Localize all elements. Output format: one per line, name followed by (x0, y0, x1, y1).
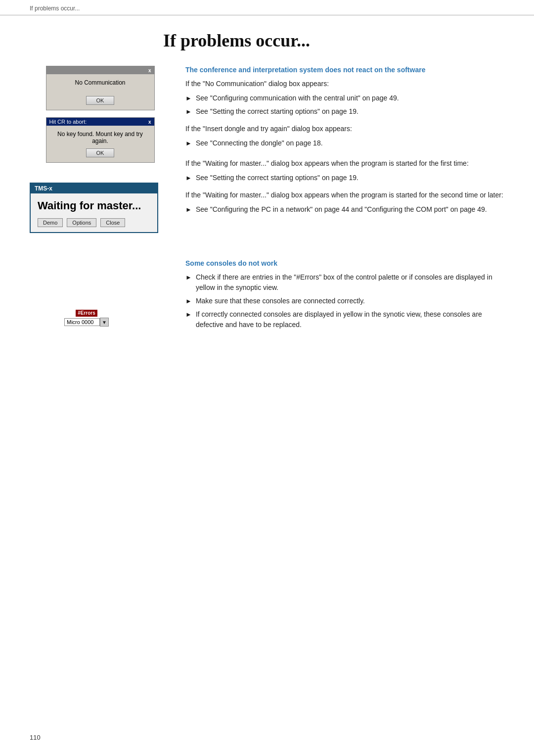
bullet-text: See "Setting the correct starting option… (196, 173, 358, 183)
dialog1-body-text: No Communication (53, 79, 147, 86)
bullet-arrow-icon: ► (185, 273, 192, 283)
section1-bullets2: ► See "Connecting the dongle" on page 18… (185, 138, 504, 148)
breadcrumb: If problems occur... (30, 5, 80, 12)
list-item: ► See "Configuring communication with th… (185, 93, 504, 103)
list-item: ► Check if there are entries in the "#Er… (185, 272, 504, 293)
page-container: If problems occur... If problems occur..… (0, 0, 534, 756)
dialog2-title-bar: Hit CR to abort: x (46, 118, 154, 126)
bullet-arrow-icon: ► (185, 173, 192, 183)
bullet-text: See "Connecting the dongle" on page 18. (196, 138, 323, 148)
tms-demo-btn[interactable]: Demo (38, 218, 63, 227)
bullet-text: See "Setting the correct starting option… (196, 106, 358, 117)
bullet-text: Make sure that these consoles are connec… (196, 296, 365, 306)
page-footer: 110 (30, 734, 41, 741)
bullet-text: Check if there are entries in the "#Erro… (196, 272, 504, 293)
main-content: If problems occur... x No Communication (0, 15, 534, 370)
section1-heading: The conference and interpretation system… (185, 66, 504, 74)
tms-body: Waiting for master... Demo Options Close (31, 193, 157, 232)
hitcr-dialog: Hit CR to abort: x No key found. Mount k… (46, 117, 155, 163)
tms-dialog: TMS-x Waiting for master... Demo Options… (30, 183, 158, 233)
section2-para1: If the "Waiting for master..." dialog bo… (185, 158, 504, 169)
tms-options-btn[interactable]: Options (67, 218, 96, 227)
bullet-arrow-icon: ► (185, 139, 192, 148)
section2-bullets2: ► See "Configuring the PC in a network" … (185, 204, 504, 215)
tms-waiting-text: Waiting for master... (38, 199, 150, 212)
bullet-arrow-icon: ► (185, 94, 192, 103)
section3-bullets: ► Check if there are entries in the "#Er… (185, 272, 504, 330)
dialog2-body-text: No key found. Mount key and try again. (53, 131, 147, 144)
section2-para2: If the "Waiting for master..." dialog bo… (185, 190, 504, 200)
list-item: ► See "Setting the correct starting opti… (185, 173, 504, 183)
dialog1-title-bar: x (46, 66, 154, 74)
errors-dropdown-arrow[interactable]: ▼ (100, 318, 109, 327)
bullet-arrow-icon: ► (185, 296, 192, 306)
section1-para1: If the "No Communication" dialog box app… (185, 79, 504, 89)
dialog1-close-btn[interactable]: x (148, 68, 151, 73)
list-item: ► See "Setting the correct starting opti… (185, 106, 504, 117)
dialog1-screenshot: x No Communication OK Hit CR to abort: x (30, 66, 171, 163)
errors-widget: #Errors ▼ (64, 310, 171, 327)
list-item: ► See "Connecting the dongle" on page 18… (185, 138, 504, 148)
bullet-arrow-icon: ► (185, 205, 192, 215)
two-col-layout: x No Communication OK Hit CR to abort: x (30, 66, 504, 340)
dialog1-body: No Communication OK (46, 74, 154, 110)
left-column: x No Communication OK Hit CR to abort: x (30, 66, 171, 340)
header-bar: If problems occur... (0, 0, 534, 15)
dialog2-title-text: Hit CR to abort: (49, 119, 87, 125)
tms-buttons: Demo Options Close (38, 218, 150, 227)
section3-heading: Some consoles do not work (185, 259, 504, 267)
list-item: ► If correctly connected consoles are di… (185, 309, 504, 330)
bullet-arrow-icon: ► (185, 310, 192, 320)
page-number: 110 (30, 734, 41, 741)
no-communication-dialog: x No Communication OK (46, 66, 155, 110)
tms-title-bar: TMS-x (31, 184, 157, 193)
tms-close-btn[interactable]: Close (100, 218, 125, 227)
dialog2-close-btn[interactable]: x (148, 119, 151, 125)
dialog1-ok-btn[interactable]: OK (86, 96, 115, 105)
errors-label: #Errors (76, 310, 97, 317)
section1-block: The conference and interpretation system… (185, 66, 504, 148)
list-item: ► See "Configuring the PC in a network" … (185, 204, 504, 215)
bullet-text: See "Configuring communication with the … (196, 93, 399, 103)
tms-title-text: TMS-x (35, 185, 52, 192)
section1-bullets1: ► See "Configuring communication with th… (185, 93, 504, 117)
bullet-text: If correctly connected consoles are disp… (196, 309, 504, 330)
errors-value-input[interactable] (64, 318, 100, 326)
errors-widget-section: #Errors ▼ (30, 310, 171, 327)
section1-para2: If the "Insert dongle and try again" dia… (185, 124, 504, 134)
dialog2-body: No key found. Mount key and try again. O… (46, 126, 154, 162)
tms-dialog-section: TMS-x Waiting for master... Demo Options… (30, 183, 171, 233)
bullet-arrow-icon: ► (185, 107, 192, 117)
right-column: The conference and interpretation system… (185, 66, 504, 340)
section3-block: Some consoles do not work ► Check if the… (185, 259, 504, 330)
section2-block: If the "Waiting for master..." dialog bo… (185, 158, 504, 215)
bullet-text: See "Configuring the PC in a network" on… (196, 204, 487, 215)
dialog1-title-text (49, 67, 51, 73)
list-item: ► Make sure that these consoles are conn… (185, 296, 504, 306)
page-title: If problems occur... (30, 30, 504, 51)
dialog2-ok-btn[interactable]: OK (86, 148, 115, 157)
section2-bullets1: ► See "Setting the correct starting opti… (185, 173, 504, 183)
